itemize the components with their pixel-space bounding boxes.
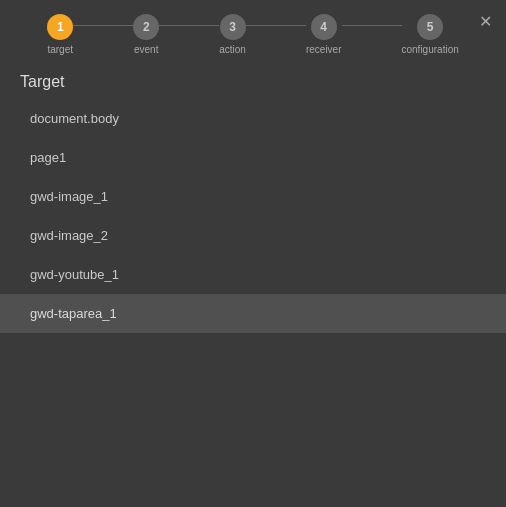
list-item[interactable]: gwd-image_1 [0,177,506,216]
modal: ✕ 1 target 2 event 3 action 4 receiver 5… [0,0,506,507]
step-line-4 [342,25,402,26]
step-5[interactable]: 5 configuration [402,14,459,55]
stepper: 1 target 2 event 3 action 4 receiver 5 c… [0,0,506,59]
step-2-label: event [134,44,158,55]
step-1-circle: 1 [47,14,73,40]
list-item[interactable]: document.body [0,99,506,138]
step-1-label: target [47,44,73,55]
step-5-label: configuration [402,44,459,55]
step-3-circle: 3 [220,14,246,40]
step-2[interactable]: 2 event [133,14,159,55]
step-3-label: action [219,44,246,55]
list-item[interactable]: page1 [0,138,506,177]
list-item[interactable]: gwd-youtube_1 [0,255,506,294]
list-item-selected[interactable]: gwd-taparea_1 [0,294,506,333]
step-3[interactable]: 3 action [219,14,246,55]
section-title: Target [0,59,506,99]
close-button[interactable]: ✕ [479,14,492,30]
step-line-2 [159,25,219,26]
target-list: document.body page1 gwd-image_1 gwd-imag… [0,99,506,507]
step-4-label: receiver [306,44,342,55]
step-4-circle: 4 [311,14,337,40]
step-4[interactable]: 4 receiver [306,14,342,55]
step-1[interactable]: 1 target [47,14,73,55]
step-2-circle: 2 [133,14,159,40]
step-line-3 [246,25,306,26]
step-line-1 [73,25,133,26]
step-5-circle: 5 [417,14,443,40]
list-item[interactable]: gwd-image_2 [0,216,506,255]
